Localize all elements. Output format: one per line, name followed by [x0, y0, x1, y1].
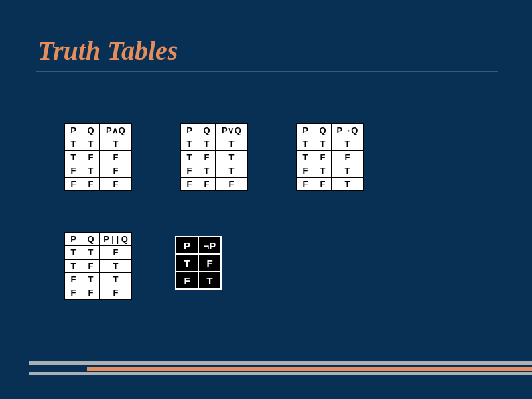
cell: F — [176, 272, 198, 289]
cell: F — [65, 164, 82, 178]
cell: T — [198, 137, 216, 151]
col-header-q: Q — [82, 124, 100, 137]
cell: T — [65, 151, 82, 164]
col-header-p: P — [297, 124, 314, 137]
cell: T — [314, 137, 332, 151]
table-row: TFT — [65, 260, 132, 273]
col-header-or: P∨Q — [216, 124, 248, 137]
cell: T — [65, 260, 82, 273]
cell: T — [65, 246, 82, 260]
cell: F — [100, 178, 132, 191]
col-header-q: Q — [198, 124, 216, 137]
cell: T — [82, 137, 100, 151]
cell: F — [65, 273, 82, 286]
cell: F — [216, 178, 248, 191]
table-row: TFF — [297, 151, 364, 164]
col-header-xor: P | | Q — [100, 233, 132, 246]
cell: F — [82, 260, 100, 273]
table-header-row: P Q P | | Q — [65, 233, 132, 246]
table-header-row: P Q P∧Q — [65, 124, 132, 137]
cell: T — [332, 164, 364, 178]
cell: F — [82, 178, 100, 191]
cell: F — [65, 178, 82, 191]
cell: F — [332, 151, 364, 164]
col-header-p: P — [181, 124, 198, 137]
cell: F — [198, 178, 216, 191]
cell: F — [297, 178, 314, 191]
cell: T — [100, 273, 132, 286]
truth-table-implication: P Q P→Q TTT TFF FTT FFT — [296, 123, 364, 191]
col-header-q: Q — [82, 233, 100, 246]
col-header-p: P — [65, 124, 82, 137]
table-row: FFF — [181, 178, 248, 191]
cell: T — [297, 137, 314, 151]
cell: F — [314, 178, 332, 191]
truth-table-negation: P ¬P TF FT — [175, 236, 222, 290]
col-header-q: Q — [314, 124, 332, 137]
table-row: TFT — [181, 151, 248, 164]
table-row: FFF — [65, 286, 132, 300]
cell: T — [198, 272, 221, 289]
col-header-not-p: ¬P — [198, 237, 221, 254]
cell: F — [100, 286, 132, 300]
cell: T — [314, 164, 332, 178]
cell: F — [198, 254, 221, 272]
cell: T — [332, 178, 364, 191]
truth-tables-row-1: P Q P∧Q TTT TFF FTF FFF P Q P∨Q TTT TFT … — [64, 123, 364, 191]
col-header-p: P — [176, 237, 198, 254]
footer-bar-gray-top — [29, 361, 532, 365]
table-row: TTT — [297, 137, 364, 151]
table-header-row: P Q P→Q — [297, 124, 364, 137]
cell: F — [65, 286, 82, 300]
table-row: FFF — [65, 178, 132, 191]
cell: T — [297, 151, 314, 164]
table-row: FTT — [181, 164, 248, 178]
cell: T — [198, 164, 216, 178]
table-row: FTT — [65, 273, 132, 286]
cell: F — [82, 286, 100, 300]
col-header-p: P — [65, 233, 82, 246]
truth-tables-row-2: P Q P | | Q TTF TFT FTT FFF P ¬P TF FT — [64, 232, 222, 300]
footer-decoration — [0, 361, 532, 375]
cell: F — [181, 164, 198, 178]
table-row: TF — [176, 254, 221, 272]
truth-table-and: P Q P∧Q TTT TFF FTF FFF — [64, 123, 132, 191]
table-row: TTT — [181, 137, 248, 151]
table-row: FTT — [297, 164, 364, 178]
title-underline — [36, 71, 498, 72]
cell: T — [216, 137, 248, 151]
cell: T — [176, 254, 198, 272]
table-row: TTT — [65, 137, 132, 151]
table-row: FT — [176, 272, 221, 289]
truth-table-or: P Q P∨Q TTT TFT FTT FFF — [180, 123, 248, 191]
table-row: TTF — [65, 246, 132, 260]
footer-bar-orange — [87, 367, 532, 371]
cell: T — [181, 151, 198, 164]
col-header-imp: P→Q — [332, 124, 364, 137]
cell: T — [82, 273, 100, 286]
cell: F — [100, 246, 132, 260]
cell: T — [100, 137, 132, 151]
table-row: TFF — [65, 151, 132, 164]
cell: F — [198, 151, 216, 164]
slide-title: Truth Tables — [38, 35, 178, 66]
truth-table-xor: P Q P | | Q TTF TFT FTT FFF — [64, 232, 132, 300]
cell: T — [82, 164, 100, 178]
cell: T — [332, 137, 364, 151]
cell: F — [297, 164, 314, 178]
col-header-and: P∧Q — [100, 124, 132, 137]
footer-bar-gray-bottom — [29, 372, 532, 375]
cell: T — [100, 260, 132, 273]
cell: T — [82, 246, 100, 260]
table-header-row: P Q P∨Q — [181, 124, 248, 137]
cell: T — [65, 137, 82, 151]
cell: F — [100, 151, 132, 164]
table-row: FFT — [297, 178, 364, 191]
table-row: FTF — [65, 164, 132, 178]
cell: T — [181, 137, 198, 151]
cell: F — [100, 164, 132, 178]
cell: F — [181, 178, 198, 191]
cell: F — [314, 151, 332, 164]
cell: T — [216, 151, 248, 164]
cell: F — [82, 151, 100, 164]
